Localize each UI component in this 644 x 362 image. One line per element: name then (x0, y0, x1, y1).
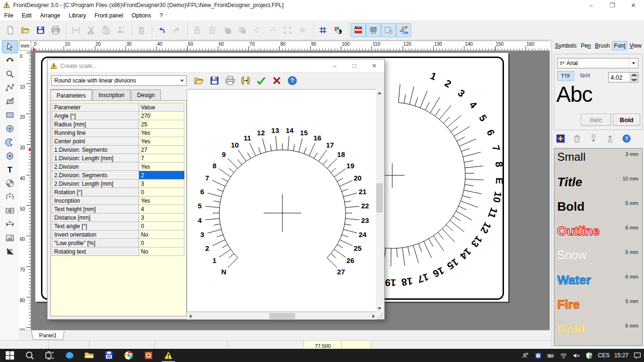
print-button[interactable] (224, 75, 236, 86)
font-size-spinner[interactable]: 4.02 (608, 72, 638, 82)
undo-button[interactable] (154, 23, 169, 37)
polygon-tool-button[interactable] (2, 95, 18, 108)
save-file-button[interactable] (33, 23, 48, 37)
scroll-up-arrow[interactable] (376, 89, 383, 97)
param-name[interactable]: Rotation [°] (52, 188, 139, 197)
param-value[interactable]: Yes (139, 129, 184, 137)
grid-button[interactable] (315, 23, 330, 37)
add-font-button[interactable] (556, 134, 565, 145)
font-list-item[interactable]: Bold5 mm (554, 197, 642, 222)
spin-up-arrow[interactable] (630, 73, 638, 77)
tab-inscription[interactable]: Inscription (92, 90, 131, 100)
font-list-item[interactable]: Title10 mm (554, 173, 642, 197)
dialog-close-button[interactable]: ✕ (364, 60, 384, 72)
menu-edit[interactable]: Edit (17, 11, 36, 20)
cancel-x-button[interactable] (271, 75, 282, 86)
panel-tab-view[interactable]: View (627, 41, 644, 50)
knob-scale-tool-button[interactable] (2, 190, 18, 204)
help-button[interactable]: ? (287, 75, 298, 86)
move-down-button[interactable] (589, 134, 598, 145)
menu-options[interactable]: Options (127, 11, 155, 20)
param-name[interactable]: 2.Division (52, 163, 139, 171)
panel-tab-brush[interactable]: Brush (593, 41, 611, 50)
param-value[interactable]: 4 (139, 205, 184, 214)
param-value[interactable]: 270 (139, 112, 184, 120)
taskbar-search[interactable] (20, 349, 40, 362)
font-list-item[interactable]: Fire5 mm (554, 296, 642, 320)
pads-mode-button[interactable] (366, 23, 381, 37)
delete-font-button[interactable] (572, 134, 582, 145)
select-tool-button[interactable] (2, 40, 18, 53)
autosave-on-button[interactable]: !→ON (396, 23, 411, 37)
menu-arrange[interactable]: Arrange (36, 11, 65, 20)
tray-defender-icon[interactable] (583, 352, 595, 360)
scrollbar-thumb[interactable] (269, 313, 295, 319)
dialog-titlebar[interactable]: Create scale... – □ ✕ (48, 59, 384, 73)
param-value[interactable]: 0 (139, 188, 184, 197)
tray-people-icon[interactable] (519, 352, 532, 360)
dialog-minimize-button[interactable]: – (325, 60, 345, 72)
ellipse-tool-button[interactable] (2, 122, 18, 135)
param-value[interactable]: 3 (139, 180, 184, 188)
quadrant-tool-button[interactable] (2, 177, 18, 190)
close-button[interactable]: ✕ (623, 0, 644, 10)
param-name[interactable]: 2.Division: Segments (52, 171, 139, 180)
param-name[interactable]: Inscription (52, 197, 139, 205)
param-value[interactable]: Yes (139, 197, 184, 205)
page-tab-panel1[interactable]: Panel1 (31, 331, 65, 340)
param-name[interactable]: Text angle [°] (52, 222, 139, 230)
param-value[interactable]: 27 (139, 146, 184, 154)
tray-wifi-icon[interactable] (557, 352, 570, 360)
chevron-down-icon[interactable] (178, 76, 186, 85)
param-name[interactable]: Angle [°] (52, 112, 139, 120)
arc-tool-button[interactable] (2, 136, 18, 149)
param-value[interactable]: 3 (139, 214, 184, 222)
font-list-item[interactable]: Water6 mm (554, 271, 642, 296)
open-file-button[interactable] (18, 23, 33, 37)
taskbar-file-explorer[interactable] (79, 349, 99, 362)
polyline-tool-button[interactable] (2, 81, 18, 94)
taskbar-task-view[interactable] (40, 349, 59, 362)
param-name[interactable]: 1.Division: Length [mm] (52, 154, 139, 163)
ttf-toggle[interactable]: TTF (557, 71, 574, 81)
panel-tab-pen[interactable]: Pen (579, 41, 593, 50)
param-name[interactable]: 2.Division: Length [mm] (52, 180, 139, 188)
ngon-tool-button[interactable] (2, 149, 18, 163)
scroll-down-arrow[interactable] (376, 304, 383, 312)
param-value[interactable]: 0 (139, 239, 184, 247)
param-name[interactable]: Radius [mm] (52, 120, 139, 129)
rectangle-tool-button[interactable] (2, 108, 18, 122)
measure-mode-button[interactable] (351, 23, 366, 37)
print-button[interactable] (48, 23, 63, 37)
param-name[interactable]: Text height [mm] (52, 205, 139, 214)
param-value[interactable]: Yes (139, 163, 184, 171)
scale-preview[interactable]: N123456789101112131415161718192021222324… (187, 89, 377, 312)
scrollbar-thumb[interactable] (376, 183, 383, 213)
bold-button[interactable]: Bold (613, 114, 640, 126)
save-file-button[interactable] (209, 75, 220, 86)
param-value[interactable]: 0 (139, 222, 184, 230)
scroll-left-arrow[interactable] (187, 313, 193, 320)
italic-button[interactable]: Italic (581, 114, 611, 126)
export-view-button[interactable] (381, 23, 396, 37)
taskbar-edge[interactable] (59, 349, 79, 362)
menu-?[interactable]: ? (155, 11, 167, 20)
clock[interactable]: 15:27 (612, 352, 631, 359)
chevron-down-icon[interactable] (629, 58, 638, 68)
zoom-tool-button[interactable] (2, 67, 18, 81)
taskbar-commander-64[interactable]: 64 (99, 349, 119, 362)
scale-width-button[interactable] (240, 75, 251, 86)
language-indicator[interactable]: CES (595, 352, 612, 359)
taskbar-chrome[interactable] (119, 349, 139, 362)
image-tool-button[interactable] (2, 231, 18, 245)
param-name[interactable]: Invert orientation (52, 230, 139, 239)
param-value[interactable]: 2 (139, 171, 184, 180)
help-button[interactable]: ? (622, 134, 631, 145)
font-list-item[interactable]: Gold6 mm (554, 320, 642, 345)
menu-library[interactable]: Library (65, 11, 91, 20)
preview-vertical-scrollbar[interactable] (376, 89, 383, 312)
open-file-button[interactable] (193, 75, 205, 86)
tray-volume-muted-icon[interactable] (570, 352, 583, 360)
param-name[interactable]: Running line (52, 129, 139, 137)
minimize-button[interactable]: – (580, 0, 602, 10)
